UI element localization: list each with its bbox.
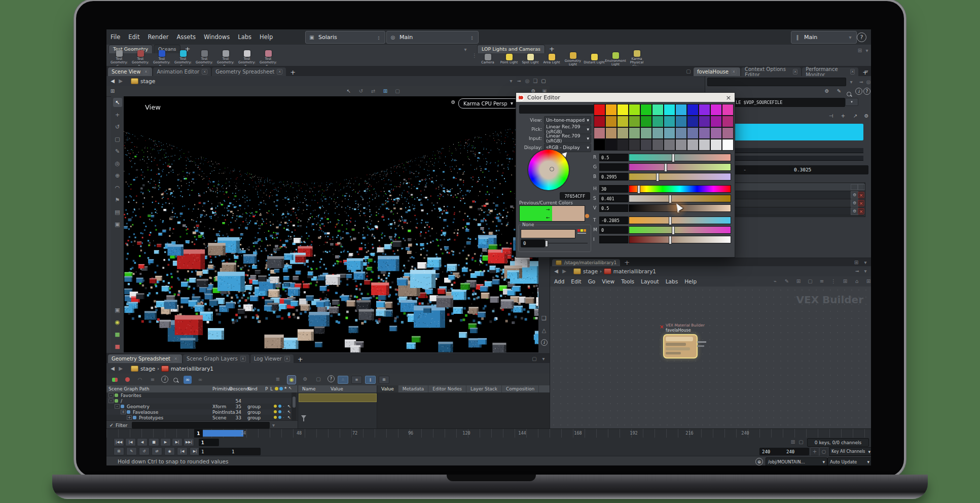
spreadsheet-tab-log-viewer[interactable]: Log Viewer — [250, 354, 294, 363]
swatch-0-4[interactable] — [640, 104, 652, 116]
add-tab-button[interactable] — [287, 68, 299, 76]
menu-edit[interactable]: Edit — [128, 33, 139, 41]
desktop-selector-right[interactable]: Main — [791, 31, 857, 44]
ramp-swatch[interactable] — [521, 229, 575, 238]
row-delete-icon[interactable]: × — [858, 208, 864, 214]
slider-handle-T[interactable] — [669, 217, 672, 225]
swatch-2-4[interactable] — [640, 127, 652, 139]
dock-icon[interactable] — [827, 112, 835, 120]
jump-icon[interactable] — [851, 112, 859, 120]
pane-maximize-icon[interactable] — [684, 67, 693, 76]
close-icon[interactable] — [173, 356, 178, 362]
row-delete-icon[interactable]: × — [858, 192, 864, 198]
viewport-tab-animation-editor[interactable]: Animation Editor — [153, 67, 211, 76]
gs-menu-icon[interactable] — [539, 355, 548, 363]
swatch-1-5[interactable] — [652, 116, 664, 127]
next-frame-button[interactable]: ▶| — [172, 438, 183, 446]
colorspace-select-1[interactable]: Linear Rec.709 (sRGB) — [544, 125, 591, 134]
path-dropdown-icon[interactable] — [507, 77, 515, 85]
slider-handle-G[interactable] — [664, 163, 667, 172]
expander-icon[interactable]: - — [108, 393, 114, 398]
spare-params-icon[interactable] — [839, 112, 847, 120]
close-icon[interactable] — [724, 93, 733, 101]
node-path-dropdown-icon[interactable] — [847, 78, 855, 86]
playhead-marker[interactable]: 1 — [194, 429, 203, 438]
view-columns-icon[interactable] — [370, 378, 372, 382]
ping-pong-button[interactable]: ⇄ — [152, 447, 162, 455]
spreadsheet-tab-scene-graph-layers[interactable]: Scene Graph Layers — [183, 354, 249, 363]
node-path-field[interactable] — [707, 78, 846, 86]
view-list-icon[interactable] — [355, 378, 358, 382]
follow-selection-icon[interactable] — [184, 376, 192, 384]
slider-value-T[interactable]: -0.2085 — [599, 217, 628, 224]
param-help-icon[interactable] — [863, 88, 870, 95]
set-key-button[interactable] — [810, 447, 819, 456]
desktop-selector[interactable]: Solaris — [305, 31, 385, 44]
color-wheel[interactable] — [528, 150, 569, 190]
swatch-3-11[interactable] — [722, 139, 734, 151]
network-add-tab[interactable] — [621, 259, 633, 266]
network-menu-help[interactable]: Help — [684, 278, 697, 284]
shelf-overflow-icon[interactable] — [461, 46, 469, 54]
close-icon[interactable] — [277, 69, 282, 75]
column-l[interactable]: L — [270, 386, 273, 391]
swatch-2-10[interactable] — [710, 127, 722, 139]
net-grid4-icon[interactable] — [864, 277, 871, 285]
range-end2-field[interactable]: 240 — [784, 448, 809, 455]
row-gear-icon[interactable] — [851, 199, 858, 207]
dot-flag-icon[interactable]: · — [283, 415, 284, 420]
tree-row-Geometry[interactable]: -GeometryXform35group·↖ — [106, 404, 292, 409]
hex-value[interactable]: 7F654CFF — [560, 192, 590, 200]
light-tool-icon[interactable]: ◉ — [113, 317, 122, 327]
context-selector[interactable]: /obj/MOUNTAIN... — [766, 457, 827, 465]
gs-gear-icon[interactable] — [301, 375, 309, 383]
tree-scrollbar[interactable] — [292, 392, 297, 420]
expander-icon[interactable]: + — [127, 415, 132, 420]
swatch-2-11[interactable] — [722, 127, 734, 139]
pin-icon[interactable] — [515, 77, 523, 85]
current-frame-field[interactable]: 1 — [199, 439, 219, 446]
close-icon[interactable] — [284, 356, 290, 362]
net-tool-icon[interactable] — [771, 277, 779, 285]
wheel-cursor[interactable] — [550, 167, 554, 171]
swatch-2-5[interactable] — [652, 127, 664, 139]
menu-labs[interactable]: Labs — [238, 33, 251, 41]
globe-icon[interactable]: ⊕ — [755, 458, 763, 465]
scrub-button[interactable]: ✎ — [126, 447, 137, 455]
power-flag-icon[interactable] — [274, 405, 277, 408]
gs-maximize-icon[interactable] — [530, 355, 538, 363]
slider-handle-M[interactable] — [672, 226, 675, 235]
scale-tool-icon[interactable]: ▢ — [113, 134, 122, 143]
viewport-tab-geometry-spreadsheet[interactable]: Geometry Spreadsheet — [212, 67, 286, 76]
tree-list-icon[interactable] — [274, 375, 282, 383]
expander-icon[interactable]: - — [108, 399, 114, 403]
slider-value-I[interactable] — [599, 236, 628, 243]
view-points-icon[interactable] — [342, 378, 344, 382]
breadcrumb-stage[interactable]: stage — [129, 78, 157, 84]
gs-forward-icon[interactable] — [117, 365, 125, 373]
value-field[interactable]: 0.3025 — [789, 165, 868, 174]
network-breadcrumb-stage[interactable]: stage — [571, 268, 600, 274]
swatch-3-1[interactable] — [605, 139, 617, 151]
gs-box-icon[interactable] — [314, 375, 322, 383]
detail-tab-metadata[interactable]: Metadata — [398, 385, 429, 392]
detail-tab-composition[interactable]: Composition — [502, 385, 539, 392]
gs-breadcrumb-matlib[interactable]: materiallibrary1 — [159, 366, 215, 372]
prev-frame-button[interactable]: ◀ — [137, 438, 148, 446]
gs-breadcrumb-stage[interactable]: stage — [129, 366, 157, 372]
slider-value-M[interactable]: 0 — [599, 226, 628, 234]
network-pane-menu-icon[interactable] — [861, 259, 869, 267]
net-color-icon[interactable] — [783, 277, 791, 285]
slider-track-B[interactable] — [629, 173, 731, 181]
blank-tool-icon[interactable]: ▣ — [113, 220, 122, 229]
brush-icon[interactable] — [835, 87, 843, 95]
update-mode-selector[interactable]: Auto Update — [827, 457, 871, 465]
nv-funnel-icon[interactable] — [301, 419, 306, 425]
slider-value-B[interactable]: 0.2995 — [599, 173, 628, 181]
network-menu-tools[interactable]: Tools — [621, 278, 634, 284]
display-sop-icon[interactable] — [111, 376, 119, 384]
tree-scrollbar-thumb[interactable] — [293, 397, 296, 408]
maximize-icon[interactable] — [539, 77, 548, 85]
net-home-icon[interactable] — [853, 277, 861, 285]
gs-help-icon[interactable] — [328, 375, 335, 382]
